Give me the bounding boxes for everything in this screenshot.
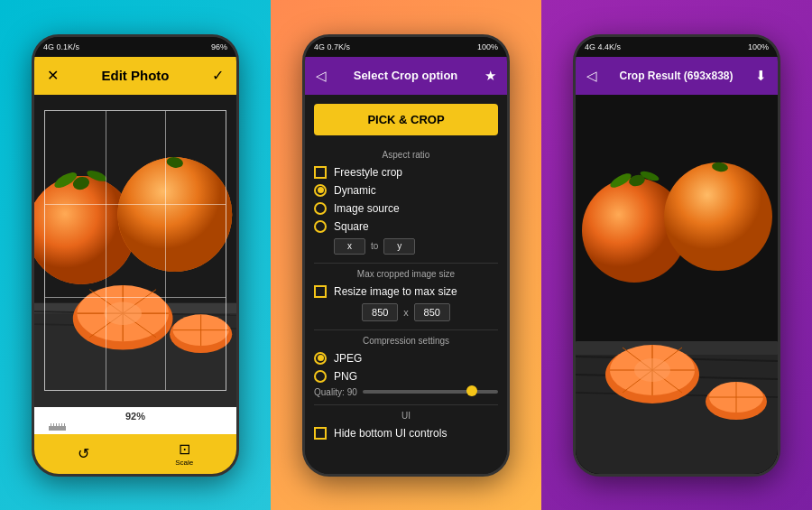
scale-label: Scale (175, 459, 193, 467)
resize-label: Resize image to max size (334, 285, 457, 298)
result-header: ◁ Crop Result (693x838) ⬇ (576, 57, 778, 95)
dynamic-label: Dynamic (334, 184, 376, 197)
scale-icon: ⊡ (179, 440, 190, 458)
max-size-label: Max cropped image size (314, 269, 498, 279)
result-area (576, 95, 778, 474)
status-bar-2: 4G 0.7K/s 100% (305, 37, 507, 57)
tick (65, 426, 66, 431)
star-icon[interactable]: ★ (484, 68, 496, 84)
status-bar-1: 4G 0.1K/s 96% (34, 37, 236, 57)
quality-row: Quality: 90 (314, 385, 498, 399)
dynamic-radio[interactable] (314, 184, 327, 197)
phone-result: 4G 4.4K/s 100% ◁ Crop Result (693x838) ⬇ (573, 34, 780, 477)
dynamic-option[interactable]: Dynamic (314, 181, 498, 199)
close-icon[interactable]: ✕ (47, 67, 59, 84)
result-title: Crop Result (693x838) (619, 70, 733, 82)
compression-label: Compression settings (314, 336, 498, 346)
png-option[interactable]: PNG (314, 367, 498, 385)
quality-label: Quality: 90 (314, 387, 357, 397)
hide-ui-checkbox[interactable] (314, 427, 327, 440)
png-radio[interactable] (314, 370, 327, 383)
size-row: x (314, 301, 498, 324)
jpeg-label: JPEG (334, 352, 362, 365)
pick-crop-button[interactable]: PICK & CROP (314, 104, 498, 135)
background-right: 4G 4.4K/s 100% ◁ Crop Result (693x838) ⬇ (541, 0, 812, 510)
phone-edit: 4G 0.1K/s 96% ✕ Edit Photo ✓ (32, 34, 239, 477)
share-icon-2[interactable]: ◁ (316, 68, 327, 84)
freestyle-label: Freestyle crop (334, 166, 402, 179)
xy-row: to (334, 236, 498, 257)
width-input[interactable] (362, 303, 398, 321)
share-icon-3[interactable]: ◁ (586, 68, 597, 84)
crop-grid-v1 (106, 111, 106, 390)
status-right-1: 96% (211, 42, 227, 51)
download-icon[interactable]: ⬇ (755, 68, 767, 84)
check-icon[interactable]: ✓ (212, 67, 224, 84)
x-input[interactable] (334, 238, 365, 255)
toolbar: ↺ ⊡ Scale (34, 434, 236, 474)
height-input[interactable] (414, 303, 450, 321)
status-left-1: 4G 0.1K/s (43, 42, 79, 51)
hide-ui-option[interactable]: Hide bottom UI controls (314, 424, 498, 442)
status-right-2: 100% (477, 42, 498, 51)
edit-header: ✕ Edit Photo ✓ (34, 57, 236, 95)
edit-title: Edit Photo (102, 68, 170, 83)
scale-tool[interactable]: ⊡ Scale (175, 440, 193, 467)
xy-to-label: to (371, 241, 378, 251)
result-svg (576, 95, 778, 474)
square-option[interactable]: Square (314, 218, 498, 236)
jpeg-option[interactable]: JPEG (314, 349, 498, 367)
y-input[interactable] (383, 238, 415, 255)
size-x-label: x (403, 307, 409, 318)
slider-row[interactable] (34, 422, 236, 432)
fruit-canvas (34, 95, 236, 407)
status-left-2: 4G 0.7K/s (314, 42, 350, 51)
crop-grid-v2 (165, 111, 166, 390)
image-source-option[interactable]: Image source (314, 199, 498, 218)
freestyle-option[interactable]: Freestyle crop (314, 163, 498, 181)
quality-slider[interactable] (363, 390, 498, 394)
svg-point-40 (634, 358, 670, 382)
background-center: 4G 0.7K/s 100% ◁ Select Crop option ★ PI… (271, 0, 541, 510)
status-right-3: 100% (748, 42, 769, 51)
rotate-icon: ↺ (78, 445, 89, 462)
tick-marks (42, 423, 73, 431)
scale-percentage: 92% (34, 411, 236, 422)
phone-crop: 4G 0.7K/s 100% ◁ Select Crop option ★ PI… (302, 34, 510, 477)
svg-point-32 (664, 162, 772, 271)
resize-option[interactable]: Resize image to max size (314, 283, 498, 301)
quality-thumb[interactable] (466, 385, 477, 396)
background-left: 4G 0.1K/s 96% ✕ Edit Photo ✓ (0, 0, 271, 510)
crop-content: PICK & CROP Aspect ratio Freestyle crop … (305, 95, 507, 474)
aspect-ratio-label: Aspect ratio (314, 150, 498, 160)
square-radio[interactable] (314, 220, 327, 233)
crop-grid (44, 110, 226, 391)
jpeg-radio[interactable] (314, 352, 327, 365)
divider-1 (314, 263, 498, 264)
result-fruit (576, 95, 778, 474)
divider-3 (314, 404, 498, 405)
image-source-label: Image source (334, 202, 400, 215)
freestyle-checkbox[interactable] (314, 166, 327, 179)
status-left-3: 4G 4.4K/s (585, 42, 621, 51)
crop-title: Select Crop option (354, 69, 458, 82)
bottom-bar: 92% (34, 407, 236, 434)
resize-checkbox[interactable] (314, 285, 327, 298)
png-label: PNG (334, 370, 357, 383)
image-source-radio[interactable] (314, 202, 327, 215)
photo-area (34, 95, 236, 407)
ui-label: UI (314, 411, 498, 421)
square-label: Square (334, 220, 369, 233)
divider-2 (314, 329, 498, 330)
status-bar-3: 4G 4.4K/s 100% (576, 37, 778, 57)
hide-ui-label: Hide bottom UI controls (334, 427, 447, 440)
rotate-tool[interactable]: ↺ (78, 445, 89, 462)
crop-header: ◁ Select Crop option ★ (305, 57, 507, 95)
